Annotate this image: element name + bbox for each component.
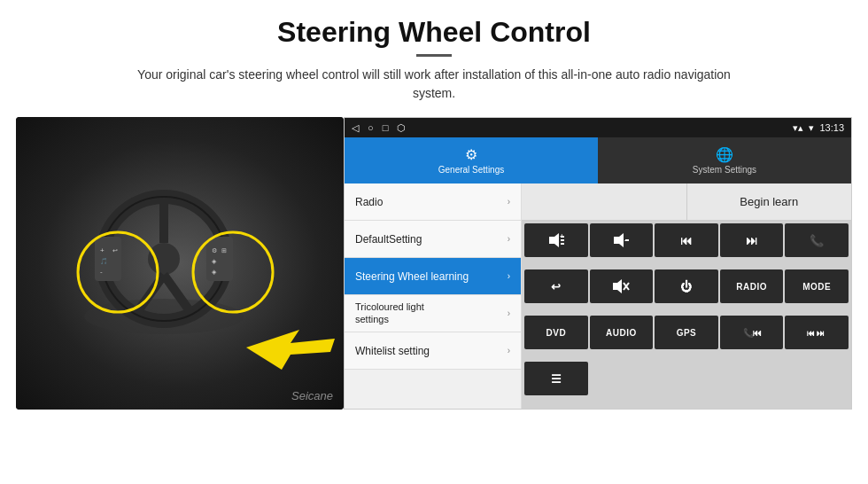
tab-system-label: System Settings — [693, 165, 756, 175]
menu-item-tricoloured[interactable]: Tricoloured lightsettings › — [345, 295, 521, 332]
header-section: Steering Wheel Control Your original car… — [0, 0, 868, 110]
next-track-btn[interactable]: ⏭ — [720, 223, 784, 257]
empty-cell — [522, 183, 687, 220]
signal-icon: ▾ — [809, 122, 814, 134]
page-subtitle: Your original car's steering wheel contr… — [124, 66, 744, 103]
audio-btn[interactable]: AUDIO — [590, 316, 654, 349]
car-background: + 🎵 - ↩ ⚙ ◈ ◈ ⊞ — [16, 117, 344, 410]
tab-bar: ⚙ General Settings 🌐 System Settings — [345, 137, 851, 183]
page-title: Steering Wheel Control — [35, 16, 833, 49]
menu-item-radio[interactable]: Radio › — [345, 183, 521, 221]
tab-general-settings[interactable]: ⚙ General Settings — [345, 137, 598, 183]
recents-icon: □ — [383, 122, 389, 133]
phone-btn[interactable]: 📞 — [785, 223, 849, 257]
svg-text:⏮: ⏮ — [807, 329, 815, 338]
radio-btn[interactable]: RADIO — [720, 269, 784, 303]
highlight-circles — [16, 117, 344, 410]
status-bar: ◁ ○ □ ⬡ ▾▴ ▾ 13:13 — [345, 118, 851, 137]
begin-learn-row: Begin learn — [522, 183, 851, 221]
phone-prev-btn[interactable]: 📞⏮ — [720, 316, 784, 349]
svg-point-17 — [78, 232, 158, 312]
back-icon: ◁ — [352, 122, 359, 134]
gps-btn[interactable]: GPS — [655, 316, 718, 349]
prev-track-btn[interactable]: ⏮ — [655, 223, 718, 257]
main-panel: Radio › DefaultSetting › Steering Wheel … — [345, 183, 851, 409]
menu-item-defaultsetting[interactable]: DefaultSetting › — [345, 221, 521, 258]
menu-icon: ⬡ — [397, 122, 406, 134]
chevron-icon-whitelist: › — [508, 346, 510, 355]
power-btn[interactable]: ⏻ — [655, 269, 718, 303]
left-menu: Radio › DefaultSetting › Steering Wheel … — [345, 183, 522, 409]
begin-learn-button[interactable]: Begin learn — [687, 183, 852, 220]
svg-point-18 — [193, 232, 273, 312]
chevron-icon-default: › — [508, 234, 510, 244]
skip-btn[interactable]: ⏮⏭ — [785, 316, 849, 349]
status-bar-right: ▾▴ ▾ 13:13 — [793, 122, 844, 134]
menu-item-steering-wheel[interactable]: Steering Wheel learning › — [345, 258, 521, 295]
general-settings-icon: ⚙ — [465, 146, 477, 163]
menu-steering-label: Steering Wheel learning — [355, 270, 469, 283]
svg-marker-25 — [614, 233, 624, 247]
wifi-icon: ▾▴ — [793, 122, 803, 134]
svg-marker-19 — [246, 330, 335, 370]
svg-text:+: + — [560, 232, 564, 240]
page-container: Steering Wheel Control Your original car… — [0, 0, 868, 484]
chevron-icon-tricoloured: › — [508, 308, 510, 318]
android-panel: ◁ ○ □ ⬡ ▾▴ ▾ 13:13 ⚙ General Settings — [344, 117, 852, 410]
list-btn[interactable]: ☰ — [524, 362, 588, 395]
mute-btn[interactable] — [590, 269, 654, 303]
dvd-btn[interactable]: DVD — [524, 316, 588, 349]
status-bar-left: ◁ ○ □ ⬡ — [352, 122, 406, 134]
title-divider — [416, 54, 452, 57]
svg-marker-20 — [549, 233, 559, 247]
tab-general-label: General Settings — [438, 165, 505, 175]
menu-defaultsetting-label: DefaultSetting — [355, 233, 422, 246]
menu-tricoloured-label: Tricoloured lightsettings — [355, 301, 424, 324]
control-grid: + - ⏮ ⏭ 📞 ↩ ⏻ RADIO — [522, 221, 851, 409]
svg-text:⏭: ⏭ — [817, 329, 825, 338]
svg-marker-28 — [613, 279, 622, 293]
svg-text:-: - — [624, 236, 627, 244]
home-icon: ○ — [368, 122, 374, 133]
watermark: Seicane — [291, 389, 333, 402]
menu-whitelist-label: Whitelist setting — [355, 345, 430, 357]
chevron-icon-radio: › — [508, 197, 510, 207]
mode-btn[interactable]: MODE — [785, 269, 849, 303]
system-settings-icon: 🌐 — [716, 146, 733, 163]
menu-radio-label: Radio — [355, 196, 383, 208]
car-image-area: + 🎵 - ↩ ⚙ ◈ ◈ ⊞ — [16, 117, 344, 410]
content-area: + 🎵 - ↩ ⚙ ◈ ◈ ⊞ — [0, 110, 868, 484]
tab-system-settings[interactable]: 🌐 System Settings — [598, 137, 851, 183]
volume-down-btn[interactable]: - — [590, 223, 654, 257]
svg-text:⏮: ⏮ — [753, 328, 762, 338]
right-controls: Begin learn + - ⏮ ⏭ 📞 — [522, 183, 851, 409]
back-btn[interactable]: ↩ — [524, 269, 588, 303]
volume-up-btn[interactable]: + — [524, 223, 588, 257]
chevron-icon-steering: › — [508, 271, 510, 281]
menu-item-whitelist[interactable]: Whitelist setting › — [345, 332, 521, 370]
time-display: 13:13 — [819, 122, 844, 133]
